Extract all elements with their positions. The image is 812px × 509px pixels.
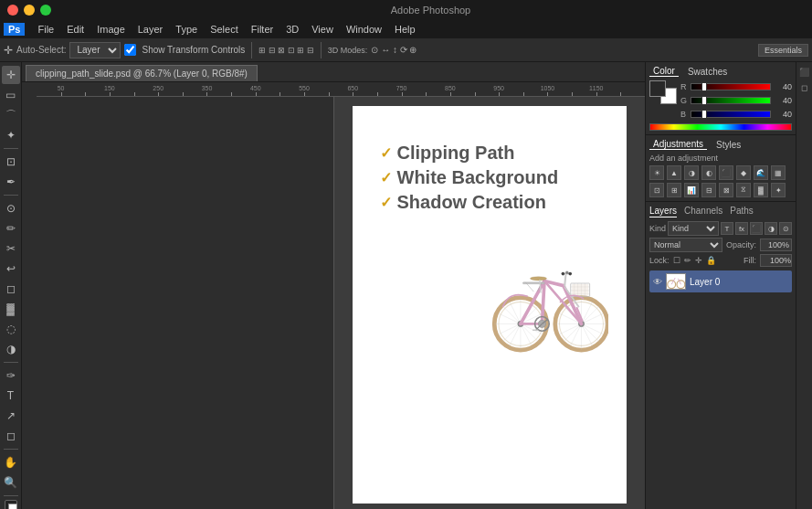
g-thumb[interactable] — [701, 96, 707, 105]
g-slider[interactable] — [691, 97, 771, 104]
menu-edit[interactable]: Edit — [61, 22, 90, 37]
menu-type[interactable]: Type — [170, 22, 203, 37]
tab-layers[interactable]: Layers — [649, 206, 677, 217]
posterize-btn[interactable]: ⊠ — [719, 183, 733, 197]
svg-point-52 — [568, 272, 572, 276]
zoom-tool[interactable]: 🔍 — [2, 473, 20, 492]
path-select-tool[interactable]: ↗ — [2, 407, 20, 425]
svg-point-47 — [530, 277, 546, 281]
threshold-btn[interactable]: ⧖ — [736, 183, 751, 197]
svg-point-69 — [565, 271, 568, 274]
move-tool[interactable]: ✛ — [2, 66, 20, 84]
canvas-scroll[interactable]: ✓ Clipping Path ✓ White Background ✓ Sha… — [334, 97, 646, 509]
tab-color[interactable]: Color — [649, 66, 679, 77]
hue-sat-btn[interactable]: ◆ — [736, 165, 751, 180]
brush-tool[interactable]: ✏ — [2, 219, 20, 238]
magic-wand-tool[interactable]: ✦ — [2, 126, 20, 144]
menu-view[interactable]: View — [306, 22, 339, 37]
levels-btn[interactable]: ▲ — [667, 165, 681, 180]
curves-btn[interactable]: ◑ — [684, 165, 699, 180]
color-lookup-btn[interactable]: 📊 — [684, 183, 699, 197]
options-bar: ✛ Auto-Select: Layer Group Show Transfor… — [0, 38, 812, 62]
workspace-button[interactable]: Essentials — [758, 44, 808, 57]
adjustments-panel-header: Adjustments Styles — [649, 139, 792, 150]
gradient-tool[interactable]: ▓ — [2, 300, 20, 318]
layer-filter-smart[interactable]: ⊙ — [779, 222, 792, 235]
ruler-corner — [22, 82, 37, 97]
document-tab[interactable]: clipping_path_slide.psd @ 66.7% (Layer 0… — [26, 65, 258, 81]
tab-paths[interactable]: Paths — [730, 206, 754, 217]
type-tool[interactable]: T — [2, 387, 20, 405]
foreground-swatch[interactable] — [649, 80, 666, 97]
shape-tool[interactable]: ◻ — [2, 427, 20, 445]
close-button[interactable] — [7, 5, 18, 16]
menu-filter[interactable]: Filter — [246, 22, 279, 37]
layer-filter-fx[interactable]: fx — [735, 222, 748, 235]
tab-adjustments[interactable]: Adjustments — [649, 139, 707, 150]
mini-icon-2[interactable]: ◻ — [798, 81, 811, 94]
b-slider[interactable] — [691, 111, 771, 118]
channel-mixer-btn[interactable]: ⊞ — [667, 183, 681, 197]
show-transform-checkbox[interactable] — [124, 44, 136, 56]
clone-stamp-tool[interactable]: ✂ — [2, 239, 20, 258]
menu-window[interactable]: Window — [341, 22, 387, 37]
foreground-color[interactable] — [5, 500, 17, 509]
menu-file[interactable]: File — [32, 22, 59, 37]
layer-name: Layer 0 — [690, 277, 788, 287]
invert-btn[interactable]: ⊟ — [701, 183, 716, 197]
exposure-btn[interactable]: ◐ — [701, 165, 716, 180]
marquee-tool[interactable]: ▭ — [2, 86, 20, 104]
color-balance-btn[interactable]: 🌊 — [754, 165, 768, 180]
hand-tool[interactable]: ✋ — [2, 453, 20, 472]
crop-tool[interactable]: ⊡ — [2, 153, 20, 171]
r-slider[interactable] — [691, 83, 771, 90]
select-color-btn[interactable]: ✦ — [771, 183, 786, 197]
b-thumb[interactable] — [701, 110, 707, 119]
lock-all[interactable]: 🔒 — [706, 256, 716, 265]
mini-icon-1[interactable]: ⬛ — [798, 66, 811, 79]
spot-heal-tool[interactable]: ⊙ — [2, 199, 20, 217]
vibrance-btn[interactable]: ⬛ — [719, 165, 733, 180]
color-swatch-area: R 40 G 40 — [649, 80, 792, 122]
bw-btn[interactable]: ▦ — [771, 165, 786, 180]
lock-transparent[interactable]: ☐ — [673, 256, 680, 265]
eyedropper-tool[interactable]: ✒ — [2, 173, 20, 191]
menu-select[interactable]: Select — [205, 22, 244, 37]
menu-3d[interactable]: 3D — [280, 22, 304, 37]
dodge-tool[interactable]: ◑ — [2, 340, 20, 358]
layer-filter-T[interactable]: T — [721, 222, 733, 235]
menu-help[interactable]: Help — [389, 22, 421, 37]
menu-image[interactable]: Image — [91, 22, 131, 37]
canvas-with-ruler: ✓ Clipping Path ✓ White Background ✓ Sha… — [22, 97, 645, 509]
layer-kind-select[interactable]: Kind — [668, 221, 719, 236]
photo-filter-btn[interactable]: ⊡ — [649, 183, 664, 197]
tab-swatches[interactable]: Swatches — [684, 67, 731, 77]
menu-layer[interactable]: Layer — [132, 22, 169, 37]
minimize-button[interactable] — [24, 5, 35, 16]
spectrum-bar[interactable] — [649, 123, 792, 131]
pen-tool[interactable]: ✑ — [2, 366, 20, 385]
auto-select-dropdown[interactable]: Layer Group — [69, 42, 121, 58]
layer-row[interactable]: 👁 Layer 0 — [649, 270, 792, 292]
lasso-tool[interactable]: ⌒ — [2, 106, 20, 124]
lock-position[interactable]: ✛ — [695, 256, 702, 265]
color-panel: Color Swatches R 40 — [646, 62, 796, 135]
title-bar: Adobe Photoshop — [0, 0, 812, 20]
tab-styles[interactable]: Styles — [712, 140, 744, 150]
brightness-contrast-btn[interactable]: ☀ — [649, 165, 664, 180]
eraser-tool[interactable]: ◻ — [2, 280, 20, 298]
layer-filter-adj[interactable]: ◑ — [765, 222, 777, 235]
history-brush-tool[interactable]: ↩ — [2, 260, 20, 278]
gradient-map-btn[interactable]: ▓ — [754, 183, 768, 197]
lock-image[interactable]: ✏ — [684, 256, 691, 265]
opacity-input[interactable]: 100% — [760, 239, 792, 251]
blending-mode-select[interactable]: Normal Multiply — [649, 238, 722, 252]
fill-input[interactable]: 100% — [760, 254, 792, 267]
blur-tool[interactable]: ◌ — [2, 320, 20, 338]
ruler-h-content: 5015025035045055065075085095010501150 — [37, 82, 645, 97]
r-thumb[interactable] — [701, 82, 707, 91]
maximize-button[interactable] — [40, 5, 51, 16]
layer-visibility-toggle[interactable]: 👁 — [653, 277, 662, 287]
layer-filter-img[interactable]: ⬛ — [750, 222, 763, 235]
tab-channels[interactable]: Channels — [684, 206, 722, 217]
